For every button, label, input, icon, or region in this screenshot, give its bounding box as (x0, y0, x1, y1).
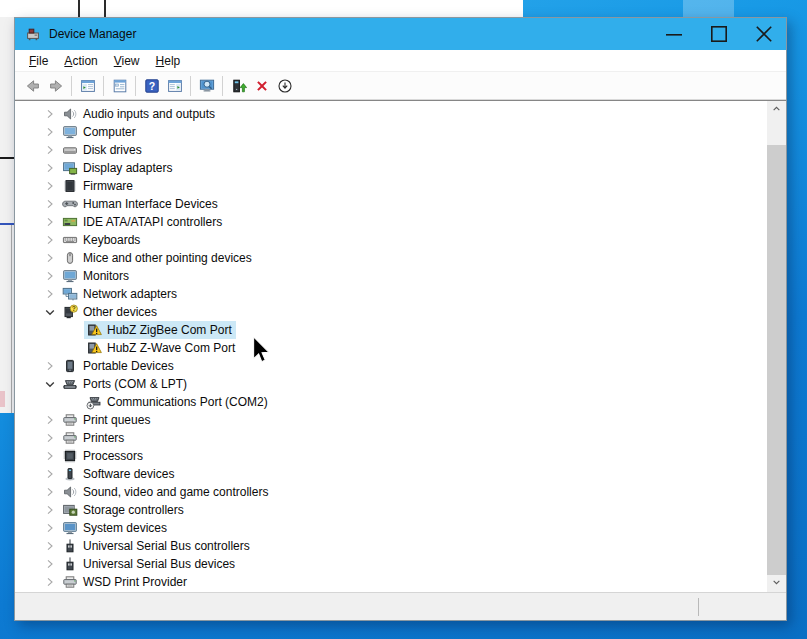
collapsed-chevron-icon[interactable] (42, 106, 58, 122)
collapsed-chevron-icon[interactable] (42, 124, 58, 140)
collapsed-chevron-icon[interactable] (42, 250, 58, 266)
tree-item-content[interactable]: Disk drives (60, 141, 146, 159)
tree-item[interactable]: Disk drives (15, 141, 767, 159)
scroll-down-button[interactable] (767, 575, 786, 592)
minimize-button[interactable] (651, 18, 696, 50)
collapsed-chevron-icon[interactable] (42, 178, 58, 194)
tree-item-content[interactable]: Processors (60, 447, 147, 465)
tree-item[interactable]: Monitors (15, 267, 767, 285)
tree-item[interactable]: Ports (COM & LPT) (15, 375, 767, 393)
tree-item[interactable]: Display adapters (15, 159, 767, 177)
collapsed-chevron-icon[interactable] (42, 196, 58, 212)
scrollbar-thumb[interactable] (767, 145, 786, 575)
tree-item-content[interactable]: Printers (60, 429, 128, 447)
tree-item-content[interactable]: ?Other devices (60, 303, 161, 321)
collapsed-chevron-icon[interactable] (42, 448, 58, 464)
collapsed-chevron-icon[interactable] (42, 574, 58, 590)
tree-item-content[interactable]: Ports (COM & LPT) (60, 375, 191, 393)
tree-item-content[interactable]: Network adapters (60, 285, 181, 303)
tree-item-content[interactable]: Audio inputs and outputs (60, 105, 219, 123)
tree-item-content[interactable]: Storage controllers (60, 501, 188, 519)
collapsed-chevron-icon[interactable] (42, 268, 58, 284)
tree-item[interactable]: Portable Devices (15, 357, 767, 375)
tree-item-content[interactable]: Monitors (60, 267, 133, 285)
vertical-scrollbar[interactable] (767, 101, 786, 592)
tree-item[interactable]: Software devices (15, 465, 767, 483)
menu-item-help[interactable]: Help (148, 52, 189, 70)
properties-button[interactable] (108, 74, 131, 98)
tree-item[interactable]: Universal Serial Bus devices (15, 555, 767, 573)
collapsed-chevron-icon[interactable] (42, 466, 58, 482)
tree-item-content[interactable]: HubZ Z-Wave Com Port (84, 339, 239, 357)
tree-item[interactable]: Universal Serial Bus controllers (15, 537, 767, 555)
tree-item[interactable]: Print queues (15, 411, 767, 429)
collapsed-chevron-icon[interactable] (42, 214, 58, 230)
tree-item[interactable]: HubZ Z-Wave Com Port (15, 339, 767, 357)
tree-item[interactable]: IDE ATA/ATAPI controllers (15, 213, 767, 231)
tree-item[interactable]: ?Other devices (15, 303, 767, 321)
collapsed-chevron-icon[interactable] (42, 412, 58, 428)
collapsed-chevron-icon[interactable] (42, 142, 58, 158)
help-button[interactable]: ? (140, 74, 163, 98)
update-driver-button[interactable] (227, 74, 250, 98)
uninstall-button[interactable] (250, 74, 273, 98)
expanded-chevron-icon[interactable] (42, 304, 58, 320)
scroll-up-button[interactable] (767, 101, 786, 118)
tree-item-content[interactable]: Human Interface Devices (60, 195, 222, 213)
tree-item[interactable]: Storage controllers (15, 501, 767, 519)
menu-item-action[interactable]: Action (56, 52, 105, 70)
tree-item[interactable]: Processors (15, 447, 767, 465)
tree-item[interactable]: Sound, video and game controllers (15, 483, 767, 501)
tree-item-content[interactable]: Print queues (60, 411, 154, 429)
tree-item-content[interactable]: Universal Serial Bus devices (60, 555, 239, 573)
tree-item-content[interactable]: Portable Devices (60, 357, 178, 375)
tree-item[interactable]: Firmware (15, 177, 767, 195)
tree-item[interactable]: Human Interface Devices (15, 195, 767, 213)
tree-item[interactable]: HubZ ZigBee Com Port (15, 321, 767, 339)
menu-item-view[interactable]: View (106, 52, 148, 70)
tree-item-content[interactable]: Computer (60, 123, 140, 141)
tree-item-content[interactable]: System devices (60, 519, 171, 537)
tree-item-content[interactable]: Software devices (60, 465, 178, 483)
tree-item-content[interactable]: HubZ ZigBee Com Port (84, 321, 236, 339)
collapsed-chevron-icon[interactable] (42, 556, 58, 572)
back-button[interactable] (21, 74, 44, 98)
tree-item[interactable]: WSD Print Provider (15, 573, 767, 591)
tree-item[interactable]: Network adapters (15, 285, 767, 303)
tree-item-content[interactable]: Display adapters (60, 159, 176, 177)
tree-item[interactable]: Printers (15, 429, 767, 447)
tree-item[interactable]: Keyboards (15, 231, 767, 249)
scan-hardware-button[interactable] (195, 74, 218, 98)
tree-item-content[interactable]: Keyboards (60, 231, 144, 249)
tree-item[interactable]: Audio inputs and outputs (15, 105, 767, 123)
tree-item-content[interactable]: Firmware (60, 177, 137, 195)
tree-item[interactable]: Mice and other pointing devices (15, 249, 767, 267)
collapsed-chevron-icon[interactable] (42, 286, 58, 302)
tree-item[interactable]: Computer (15, 123, 767, 141)
tree-item[interactable]: Communications Port (COM2) (15, 393, 767, 411)
action-pane-button[interactable] (163, 74, 186, 98)
titlebar[interactable]: Device Manager (15, 18, 786, 50)
collapsed-chevron-icon[interactable] (42, 502, 58, 518)
console-tree-button[interactable] (76, 74, 99, 98)
close-button[interactable] (741, 18, 786, 50)
collapsed-chevron-icon[interactable] (42, 160, 58, 176)
maximize-button[interactable] (696, 18, 741, 50)
tree-item-content[interactable]: Mice and other pointing devices (60, 249, 256, 267)
collapsed-chevron-icon[interactable] (42, 520, 58, 536)
forward-button[interactable] (44, 74, 67, 98)
tree-item-content[interactable]: IDE ATA/ATAPI controllers (60, 213, 226, 231)
disable-device-button[interactable] (273, 74, 296, 98)
expanded-chevron-icon[interactable] (42, 376, 58, 392)
collapsed-chevron-icon[interactable] (42, 232, 58, 248)
tree-item-content[interactable]: Communications Port (COM2) (84, 393, 272, 411)
tree-item-content[interactable]: Universal Serial Bus controllers (60, 537, 254, 555)
collapsed-chevron-icon[interactable] (42, 430, 58, 446)
collapsed-chevron-icon[interactable] (42, 484, 58, 500)
tree-item-content[interactable]: WSD Print Provider (60, 573, 191, 591)
tree-item-content[interactable]: Sound, video and game controllers (60, 483, 272, 501)
collapsed-chevron-icon[interactable] (42, 358, 58, 374)
tree-item[interactable]: System devices (15, 519, 767, 537)
collapsed-chevron-icon[interactable] (42, 538, 58, 554)
menu-item-file[interactable]: File (21, 52, 56, 70)
